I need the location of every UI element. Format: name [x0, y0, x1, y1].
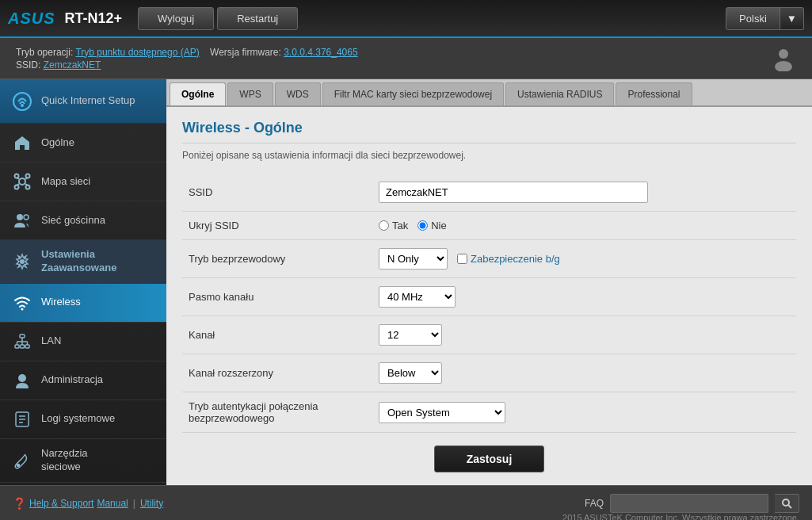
mode-line: Tryb operacji: Tryb punktu dostępnego (A…	[16, 47, 358, 58]
tryb-autentykacji-select[interactable]: Open System Shared Key WPA-Personal WPA2…	[379, 402, 505, 423]
form-row-kanal: Kanał 12 Auto 1234 5678 910111213	[182, 316, 796, 354]
svg-point-13	[17, 214, 23, 220]
svg-rect-20	[25, 345, 29, 348]
faq-search-button[interactable]	[775, 494, 799, 513]
field-value-pasmo-kanalu: 40 MHz 20 MHz 20/40 MHz	[372, 278, 796, 316]
sidebar-item-mapa-sieci[interactable]: Mapa sieci	[0, 162, 166, 201]
zabezpieczenie-bg-checkbox[interactable]	[457, 254, 467, 264]
svg-point-32	[783, 499, 789, 506]
svg-rect-17	[20, 335, 25, 338]
svg-point-15	[20, 259, 25, 264]
logout-button[interactable]: Wyloguj	[138, 7, 214, 30]
sidebar-item-ustawienia-zaawansowane-label: UstawieniaZaawansowane	[41, 248, 116, 275]
svg-point-14	[24, 215, 29, 220]
language-button[interactable]: Polski	[726, 7, 780, 30]
faq-search-input[interactable]	[610, 494, 768, 513]
svg-point-31	[17, 464, 20, 466]
language-dropdown-arrow[interactable]: ▼	[780, 7, 804, 30]
network-map-icon	[11, 170, 33, 193]
zabezpieczenie-bg-label[interactable]: Zabezpieczenie b/g	[457, 253, 560, 265]
guest-network-icon	[11, 209, 33, 231]
sidebar-item-mapa-sieci-label: Mapa sieci	[41, 175, 90, 189]
ukryj-ssid-nie-label[interactable]: Nie	[417, 220, 447, 231]
network-tools-icon	[11, 449, 33, 472]
utility-link[interactable]: Utility	[140, 498, 163, 509]
tab-wds[interactable]: WDS	[275, 82, 321, 105]
advanced-settings-icon	[11, 250, 33, 273]
tab-professional[interactable]: Professional	[616, 82, 692, 105]
zabezpieczenie-bg-text: Zabezpieczenie b/g	[471, 253, 560, 265]
field-value-ukryj-ssid: Tak Nie	[372, 212, 796, 240]
ukryj-ssid-tak-label[interactable]: Tak	[379, 220, 408, 231]
field-label-pasmo-kanalu: Pasmo kanału	[182, 278, 372, 316]
tab-wps[interactable]: WPS	[227, 82, 273, 105]
restart-button[interactable]: Restartuj	[217, 7, 298, 30]
asus-logo: ASUS	[8, 10, 55, 28]
sidebar-item-quick-setup-label: Quick Internet Setup	[41, 94, 135, 108]
ukryj-ssid-nie-radio[interactable]	[417, 220, 428, 231]
ssid-input[interactable]	[379, 182, 648, 203]
manual-link[interactable]: Manual	[97, 498, 128, 509]
form-row-kanal-rozszerzony: Kanał rozszerzony Below Above	[182, 354, 796, 392]
home-icon	[11, 132, 33, 154]
sidebar-item-ogolne[interactable]: Ogólne	[0, 124, 166, 162]
svg-point-7	[15, 185, 19, 189]
svg-rect-18	[15, 345, 19, 348]
kanal-rozszerzony-select[interactable]: Below Above	[379, 362, 442, 384]
svg-point-8	[26, 185, 30, 189]
sidebar-item-logi-systemowe[interactable]: Logi systemowe	[0, 400, 166, 439]
content-area: Ogólne WPS WDS Filtr MAC karty sieci bez…	[166, 79, 812, 485]
language-selector: Polski ▼	[726, 7, 804, 30]
field-label-tryb-bezprzewodowy: Tryb bezprzewodowy	[182, 240, 372, 278]
ukryj-ssid-tak-text: Tak	[392, 220, 408, 231]
tab-ogolne[interactable]: Ogólne	[170, 82, 226, 105]
sidebar-item-siec-goscinна[interactable]: Sieć gościnna	[0, 201, 166, 240]
quick-setup-icon	[11, 90, 33, 113]
sidebar-item-wireless[interactable]: Wireless	[0, 284, 166, 323]
sidebar-item-logi-systemowe-label: Logi systemowe	[41, 412, 115, 426]
mode-value[interactable]: Tryb punktu dostępnego (AP)	[75, 47, 199, 58]
pasmo-kanalu-select[interactable]: 40 MHz 20 MHz 20/40 MHz	[379, 286, 456, 308]
sidebar-item-siec-goscinна-label: Sieć gościnna	[41, 214, 105, 228]
page-description: Poniżej opisane są ustawienia informacji…	[182, 150, 796, 161]
tab-ustawienia-radius[interactable]: Ustawienia RADIUS	[505, 82, 614, 105]
svg-point-0	[779, 49, 788, 59]
svg-point-5	[15, 174, 19, 178]
form-row-ukryj-ssid: Ukryj SSID Tak Nie	[182, 212, 796, 240]
svg-point-16	[21, 308, 24, 310]
svg-point-1	[775, 61, 792, 71]
ssid-value[interactable]: ZemczakNET	[44, 59, 101, 71]
ssid-line: SSID: ZemczakNET	[16, 59, 358, 71]
sidebar-item-narzedzia-sieciowe[interactable]: Narzędziasieciowe	[0, 439, 166, 483]
form-row-tryb-bezprzewodowy: Tryb bezprzewodowy N Only Auto B Only G …	[182, 240, 796, 278]
info-bar-left: Tryb operacji: Tryb punktu dostępnego (A…	[16, 47, 358, 71]
field-label-ukryj-ssid: Ukryj SSID	[182, 212, 372, 240]
help-icon: ❓	[13, 497, 26, 510]
svg-point-26	[18, 374, 26, 382]
router-model: RT-N12+	[65, 10, 123, 27]
tabs-bar: Ogólne WPS WDS Filtr MAC karty sieci bez…	[166, 79, 812, 107]
faq-label: FAQ	[585, 498, 604, 509]
apply-button[interactable]: Zastosuj	[434, 445, 545, 472]
firmware-label: Wersja firmware:	[210, 47, 281, 58]
help-support-link[interactable]: Help & Support	[29, 498, 93, 509]
page-title: Wireless - Ogólne	[182, 120, 796, 143]
logo-area: ASUS RT-N12+	[8, 10, 122, 28]
ukryj-ssid-radio-group: Tak Nie	[379, 220, 790, 231]
field-label-kanal-rozszerzony: Kanał rozszerzony	[182, 354, 372, 392]
wireless-icon	[11, 292, 33, 314]
ukryj-ssid-tak-radio[interactable]	[379, 220, 389, 231]
firmware-value[interactable]: 3.0.0.4.376_4065	[284, 47, 357, 58]
tab-filtr-mac[interactable]: Filtr MAC karty sieci bezprzewodowej	[322, 82, 504, 105]
field-value-tryb-autentykacji: Open System Shared Key WPA-Personal WPA2…	[372, 392, 796, 433]
sidebar-item-lan[interactable]: LAN	[0, 323, 166, 361]
svg-point-3	[21, 104, 24, 107]
field-value-tryb-bezprzewodowy: N Only Auto B Only G Only N Only B/G Onl…	[372, 240, 796, 278]
sidebar-item-quick-setup[interactable]: Quick Internet Setup	[0, 79, 166, 124]
form-row-tryb-autentykacji: Tryb autentykacji połączeniabezprzewodow…	[182, 392, 796, 433]
sidebar-item-administracja[interactable]: Administracja	[0, 361, 166, 400]
kanal-select[interactable]: 12 Auto 1234 5678 910111213	[379, 324, 442, 346]
svg-point-4	[19, 178, 25, 185]
sidebar-item-ustawienia-zaawansowane[interactable]: UstawieniaZaawansowane	[0, 240, 166, 284]
tryb-bezprzewodowy-select[interactable]: N Only Auto B Only G Only N Only B/G Onl…	[379, 248, 448, 270]
